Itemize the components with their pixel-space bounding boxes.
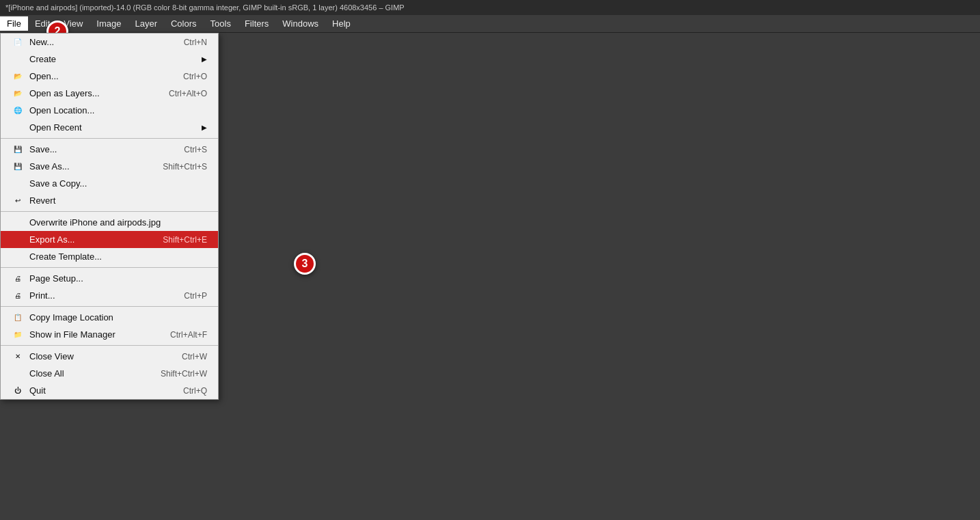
menu-item-save[interactable]: 💾 Save... Ctrl+S: [1, 141, 218, 158]
menu-image[interactable]: Image: [90, 16, 128, 31]
menu-item-overwrite[interactable]: Overwrite iPhone and airpods.jpg: [1, 214, 218, 231]
open-location-label: Open Location...: [29, 105, 94, 115]
create-icon: [12, 55, 24, 64]
menu-item-open-location[interactable]: 🌐 Open Location...: [1, 102, 218, 119]
menu-item-open-layers[interactable]: 📂 Open as Layers... Ctrl+Alt+O: [1, 85, 218, 102]
open-recent-label: Open Recent: [29, 122, 82, 133]
open-layers-label: Open as Layers...: [29, 88, 100, 98]
quit-label: Quit: [29, 385, 46, 396]
save-label: Save...: [29, 144, 57, 154]
menu-item-create[interactable]: Create ▶: [1, 51, 218, 68]
menu-item-close-view[interactable]: ✕ Close View Ctrl+W: [1, 348, 218, 365]
title-bar: *[iPhone and airpods] (imported)-14.0 (R…: [0, 0, 980, 15]
menu-bar: File Edit View Image Layer Colors Tools …: [0, 15, 980, 33]
show-manager-label: Show in File Manager: [29, 329, 115, 340]
menu-item-revert[interactable]: ↩ Revert: [1, 192, 218, 209]
menu-item-create-template[interactable]: Create Template...: [1, 248, 218, 265]
show-manager-shortcut: Ctrl+Alt+F: [170, 330, 207, 340]
new-icon: 📄: [12, 38, 24, 47]
separator-1: [1, 138, 218, 139]
print-shortcut: Ctrl+P: [184, 291, 207, 301]
export-as-label: Export As...: [29, 234, 74, 245]
save-as-icon: 💾: [12, 162, 24, 172]
menu-item-open-recent[interactable]: Open Recent ▶: [1, 119, 218, 136]
menu-windows[interactable]: Windows: [275, 16, 325, 31]
open-recent-arrow: ▶: [202, 124, 207, 131]
menu-colors[interactable]: Colors: [164, 16, 204, 31]
menu-file[interactable]: File: [0, 16, 28, 31]
separator-4: [1, 306, 218, 307]
export-as-icon: [12, 235, 24, 245]
save-copy-icon: [12, 179, 24, 189]
menu-item-save-as[interactable]: 💾 Save As... Shift+Ctrl+S: [1, 158, 218, 175]
export-as-shortcut: Shift+Ctrl+E: [163, 235, 207, 245]
close-all-label: Close All: [29, 368, 64, 379]
new-shortcut: Ctrl+N: [184, 38, 207, 47]
menu-layer[interactable]: Layer: [128, 16, 164, 31]
open-location-icon: 🌐: [12, 106, 24, 115]
close-all-icon: [12, 369, 24, 379]
create-label: Create: [29, 54, 56, 64]
new-label: New...: [29, 37, 54, 47]
open-shortcut: Ctrl+O: [183, 72, 207, 81]
separator-5: [1, 345, 218, 346]
print-icon: 🖨: [12, 291, 24, 301]
menu-item-open[interactable]: 📂 Open... Ctrl+O: [1, 68, 218, 85]
show-manager-icon: 📁: [12, 330, 24, 340]
menu-filters[interactable]: Filters: [238, 16, 275, 31]
create-arrow: ▶: [202, 55, 207, 63]
save-as-shortcut: Shift+Ctrl+S: [163, 162, 207, 172]
save-copy-label: Save a Copy...: [29, 178, 87, 189]
print-label: Print...: [29, 290, 55, 301]
menu-item-save-copy[interactable]: Save a Copy...: [1, 175, 218, 192]
revert-label: Revert: [29, 195, 55, 206]
menu-item-export-as[interactable]: Export As... Shift+Ctrl+E: [1, 231, 218, 248]
open-layers-shortcut: Ctrl+Alt+O: [169, 89, 207, 98]
save-shortcut: Ctrl+S: [184, 145, 207, 154]
menu-item-new[interactable]: 📄 New... Ctrl+N: [1, 33, 218, 51]
open-layers-icon: 📂: [12, 89, 24, 98]
copy-location-label: Copy Image Location: [29, 312, 113, 323]
overwrite-icon: [12, 218, 24, 228]
file-dropdown-menu: 📄 New... Ctrl+N Create ▶ 📂 Open... Ctrl+…: [0, 33, 219, 400]
quit-icon: ⏻: [12, 386, 24, 396]
menu-item-close-all[interactable]: Close All Shift+Ctrl+W: [1, 365, 218, 382]
title-text: *[iPhone and airpods] (imported)-14.0 (R…: [5, 3, 405, 12]
menu-item-print[interactable]: 🖨 Print... Ctrl+P: [1, 287, 218, 304]
open-recent-icon: [12, 123, 24, 133]
create-template-label: Create Template...: [29, 251, 102, 262]
close-view-shortcut: Ctrl+W: [182, 352, 207, 361]
separator-2: [1, 211, 218, 212]
menu-item-show-manager[interactable]: 📁 Show in File Manager Ctrl+Alt+F: [1, 326, 218, 343]
menu-tools[interactable]: Tools: [204, 16, 238, 31]
separator-3: [1, 267, 218, 268]
save-icon: 💾: [12, 145, 24, 154]
create-template-icon: [12, 252, 24, 262]
quit-shortcut: Ctrl+Q: [183, 386, 207, 396]
copy-location-icon: 📋: [12, 313, 24, 323]
page-setup-label: Page Setup...: [29, 273, 83, 284]
open-icon: 📂: [12, 72, 24, 81]
close-view-label: Close View: [29, 351, 74, 361]
close-all-shortcut: Shift+Ctrl+W: [161, 369, 207, 379]
save-as-label: Save As...: [29, 161, 70, 172]
menu-item-copy-location[interactable]: 📋 Copy Image Location: [1, 309, 218, 326]
revert-icon: ↩: [12, 196, 24, 206]
page-setup-icon: 🖨: [12, 274, 24, 284]
menu-item-page-setup[interactable]: 🖨 Page Setup...: [1, 270, 218, 287]
menu-help[interactable]: Help: [325, 16, 357, 31]
close-view-icon: ✕: [12, 352, 24, 361]
menu-item-quit[interactable]: ⏻ Quit Ctrl+Q: [1, 382, 218, 399]
open-label: Open...: [29, 71, 59, 81]
overwrite-label: Overwrite iPhone and airpods.jpg: [29, 217, 161, 228]
